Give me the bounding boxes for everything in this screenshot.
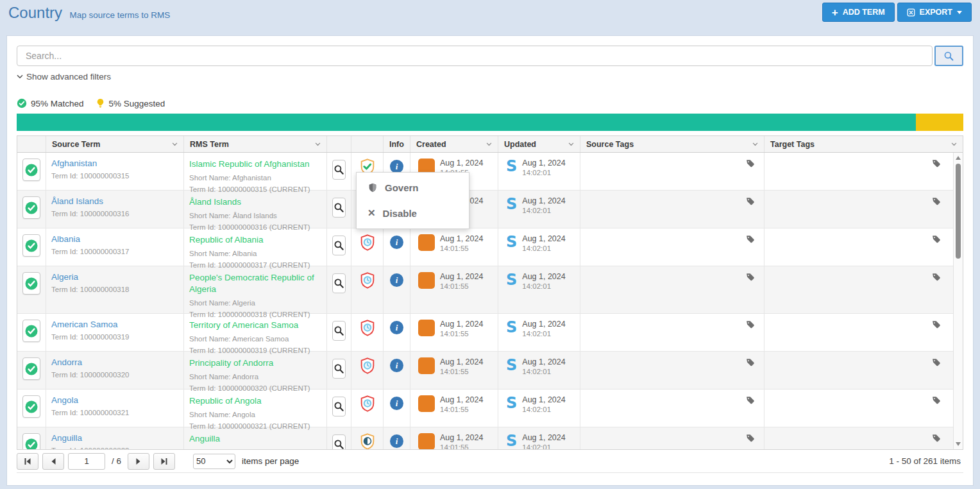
source-tags-icon[interactable]	[746, 320, 755, 347]
preview-button[interactable]	[332, 397, 346, 416]
target-tags-icon[interactable]	[932, 273, 941, 309]
updated-time: 14:02:01	[522, 207, 565, 214]
source-tags-icon[interactable]	[746, 197, 755, 224]
source-tags-icon[interactable]	[746, 358, 755, 385]
info-icon[interactable]: i	[390, 321, 403, 334]
row-select-button[interactable]	[22, 159, 40, 181]
row-select-button[interactable]	[22, 196, 40, 219]
preview-button[interactable]	[332, 321, 346, 341]
info-icon[interactable]: i	[390, 236, 403, 249]
preview-button[interactable]	[332, 434, 346, 449]
source-term-link[interactable]: Albania	[51, 234, 178, 244]
matched-check-icon	[25, 202, 38, 214]
rms-term-link[interactable]: Republic of Albania	[189, 234, 321, 246]
updated-time: 14:02:01	[522, 368, 565, 375]
next-page-button[interactable]	[128, 453, 149, 470]
row-select-button[interactable]	[22, 395, 40, 418]
pending-shield-icon[interactable]	[359, 271, 376, 309]
source-term-link[interactable]: Anguilla	[51, 433, 178, 443]
source-tags-icon[interactable]	[746, 235, 755, 262]
rms-term-link[interactable]: People's Democratic Republic of Algeria	[189, 272, 321, 295]
rms-term-link[interactable]: Republic of Angola	[189, 395, 321, 407]
source-tags-icon[interactable]	[746, 273, 755, 309]
show-advanced-filters-link[interactable]: Show advanced filters	[17, 72, 111, 82]
row-select-button[interactable]	[22, 433, 40, 449]
target-tags-icon[interactable]	[932, 197, 941, 224]
source-term-link[interactable]: Åland Islands	[51, 196, 178, 206]
magnifier-icon	[334, 401, 344, 412]
menu-item-disable[interactable]: ✕ Disable	[357, 200, 469, 226]
column-header-rms-term[interactable]: RMS Term	[184, 136, 327, 152]
preview-button[interactable]	[332, 198, 346, 218]
rms-short-name: Short Name: American Samoa	[189, 334, 321, 345]
info-icon[interactable]: i	[390, 397, 403, 410]
items-per-page-select[interactable]: 50	[193, 454, 235, 469]
scroll-down-arrow[interactable]	[956, 442, 961, 446]
source-term-link[interactable]: Andorra	[51, 357, 178, 367]
sort-chevron-icon	[568, 142, 574, 146]
last-page-button[interactable]	[153, 453, 175, 470]
info-icon[interactable]: i	[390, 359, 403, 372]
menu-item-govern[interactable]: Govern	[357, 175, 469, 200]
source-term-id: Term Id: 100000000322	[51, 445, 178, 449]
scrollbar-thumb[interactable]	[956, 164, 961, 259]
source-term-id: Term Id: 100000000317	[51, 246, 178, 258]
export-button[interactable]: EXPORT	[897, 3, 972, 22]
previous-page-button[interactable]	[42, 453, 64, 470]
target-tags-icon[interactable]	[932, 434, 941, 449]
page-number-input[interactable]	[68, 453, 105, 470]
rms-term-link[interactable]: Principality of Andorra	[189, 357, 321, 369]
table-row: American SamoaTerm Id: 100000000319Terri…	[17, 314, 963, 352]
target-tags-icon[interactable]	[932, 320, 941, 347]
search-button[interactable]	[934, 46, 963, 66]
column-header-source-term[interactable]: Source Term	[46, 136, 184, 152]
target-tags-icon[interactable]	[932, 235, 941, 262]
source-term-id: Term Id: 100000000316	[51, 209, 178, 220]
preview-button[interactable]	[332, 359, 346, 379]
pending-shield-icon[interactable]	[359, 357, 376, 385]
row-select-button[interactable]	[22, 234, 40, 257]
scroll-up-arrow[interactable]	[956, 156, 961, 160]
info-icon[interactable]: i	[390, 160, 403, 173]
rms-term-link[interactable]: Åland Islands	[189, 196, 321, 208]
target-tags-icon[interactable]	[932, 159, 941, 186]
preview-button[interactable]	[332, 273, 346, 293]
target-tags-icon[interactable]	[932, 396, 941, 423]
source-term-link[interactable]: American Samoa	[51, 320, 178, 329]
preview-button[interactable]	[332, 236, 346, 255]
source-term-link[interactable]: Angola	[51, 395, 178, 405]
sync-source-icon: S	[506, 159, 517, 186]
main-panel: Show advanced filters 95% Matched 5% Sug…	[6, 35, 974, 486]
source-tags-icon[interactable]	[746, 396, 755, 423]
created-date: Aug 1, 2024	[440, 234, 483, 243]
row-select-button[interactable]	[22, 357, 40, 380]
add-term-button[interactable]: + ADD TERM	[822, 3, 895, 22]
row-select-button[interactable]	[22, 320, 40, 342]
first-page-button[interactable]	[17, 453, 38, 470]
column-header-updated[interactable]: Updated	[498, 136, 580, 152]
source-term-link[interactable]: Afghanistan	[51, 159, 178, 168]
rms-term-link[interactable]: Territory of American Samoa	[189, 320, 321, 331]
pending-shield-icon[interactable]	[359, 319, 376, 347]
source-tags-icon[interactable]	[746, 159, 755, 186]
updated-date: Aug 1, 2024	[522, 320, 565, 329]
source-term-link[interactable]: Algeria	[51, 272, 178, 282]
preview-button[interactable]	[332, 160, 346, 180]
column-header-preview	[327, 136, 351, 152]
enabled-shield-icon[interactable]	[359, 433, 376, 449]
pending-shield-icon[interactable]	[359, 395, 376, 423]
info-icon[interactable]: i	[390, 434, 403, 448]
row-select-button[interactable]	[22, 272, 40, 295]
search-input[interactable]	[17, 46, 933, 66]
target-tags-icon[interactable]	[932, 358, 941, 385]
column-header-target-tags[interactable]: Target Tags	[765, 136, 963, 152]
vertical-scrollbar[interactable]	[953, 153, 963, 449]
info-icon[interactable]: i	[390, 273, 403, 287]
source-tags-icon[interactable]	[746, 434, 755, 449]
column-header-source-tags[interactable]: Source Tags	[580, 136, 765, 152]
sync-source-icon: S	[506, 272, 517, 309]
column-header-created[interactable]: Created	[410, 136, 498, 152]
rms-term-link[interactable]: Anguilla	[189, 433, 321, 445]
rms-term-link[interactable]: Islamic Republic of Afghanistan	[189, 159, 321, 170]
pending-shield-icon[interactable]	[359, 234, 376, 262]
